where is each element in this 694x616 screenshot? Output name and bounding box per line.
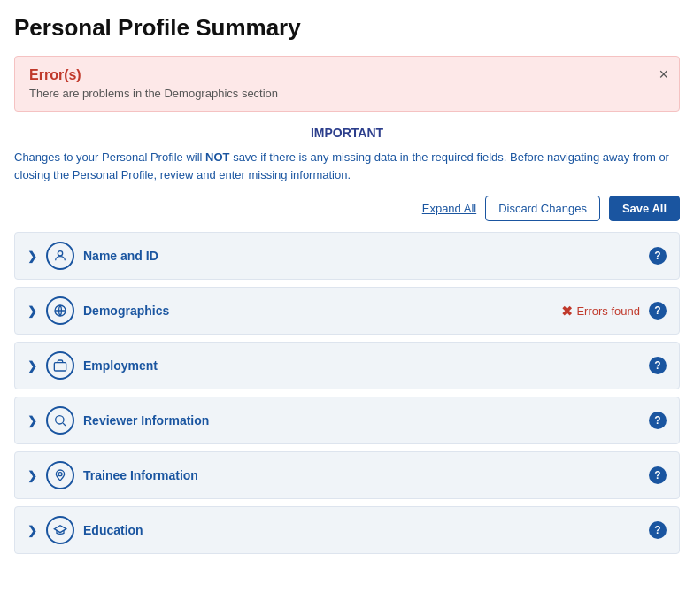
error-badge-demographics: ✖Errors found [561, 303, 640, 320]
section-label-demographics: Demographics [83, 304, 552, 318]
section-icon-employment [46, 351, 74, 380]
expand-all-button[interactable]: Expand All [422, 202, 476, 215]
svg-rect-2 [54, 363, 66, 371]
page-title: Personal Profile Summary [14, 14, 680, 42]
section-icon-name-id [46, 242, 74, 270]
important-text: Changes to your Personal Profile will NO… [14, 149, 680, 183]
svg-point-3 [56, 416, 64, 424]
svg-line-4 [63, 423, 66, 426]
help-icon-name-id[interactable]: ? [649, 247, 667, 265]
section-label-name-id: Name and ID [83, 249, 640, 263]
discard-changes-button[interactable]: Discard Changes [485, 196, 600, 221]
section-label-trainee-information: Trainee Information [83, 468, 640, 482]
save-all-button[interactable]: Save All [609, 196, 680, 221]
section-icon-trainee-information [46, 461, 74, 489]
error-banner-title: Error(s) [29, 67, 665, 83]
section-label-education: Education [83, 523, 640, 537]
help-icon-demographics[interactable]: ? [649, 302, 667, 320]
section-icon-demographics [46, 296, 74, 325]
error-banner-close-button[interactable]: × [659, 65, 668, 84]
chevron-icon-name-id: ❯ [27, 250, 37, 263]
section-row-trainee-information[interactable]: ❯Trainee Information? [14, 451, 680, 499]
svg-point-0 [58, 251, 62, 256]
section-row-employment[interactable]: ❯Employment? [14, 342, 680, 389]
error-circle-icon: ✖ [561, 303, 573, 320]
help-icon-education[interactable]: ? [649, 521, 667, 539]
sections-list: ❯Name and ID?❯Demographics✖Errors found?… [14, 232, 680, 554]
section-row-name-id[interactable]: ❯Name and ID? [14, 232, 680, 280]
chevron-icon-employment: ❯ [27, 359, 37, 373]
section-row-reviewer-information[interactable]: ❯Reviewer Information? [14, 397, 680, 444]
help-icon-employment[interactable]: ? [649, 357, 667, 374]
important-text-bold: NOT [205, 150, 229, 164]
help-icon-trainee-information[interactable]: ? [649, 466, 667, 484]
important-section: IMPORTANT [14, 126, 680, 140]
section-row-education[interactable]: ❯Education? [14, 506, 680, 554]
toolbar: Expand All Discard Changes Save All [14, 196, 680, 221]
section-row-demographics[interactable]: ❯Demographics✖Errors found? [14, 287, 680, 335]
chevron-icon-demographics: ❯ [27, 304, 37, 318]
svg-point-5 [58, 473, 62, 476]
section-icon-education [46, 516, 74, 544]
section-icon-reviewer-information [46, 406, 74, 435]
chevron-icon-trainee-information: ❯ [27, 469, 37, 482]
error-banner-description: There are problems in the Demographics s… [29, 87, 665, 100]
important-text-part1: Changes to your Personal Profile will [14, 150, 205, 164]
chevron-icon-education: ❯ [27, 524, 37, 537]
chevron-icon-reviewer-information: ❯ [27, 414, 37, 427]
section-label-employment: Employment [83, 358, 640, 373]
important-label: IMPORTANT [14, 126, 680, 140]
error-banner: Error(s) There are problems in the Demog… [14, 56, 680, 112]
section-label-reviewer-information: Reviewer Information [83, 413, 640, 427]
error-text-demographics: Errors found [576, 304, 640, 318]
help-icon-reviewer-information[interactable]: ? [649, 412, 667, 429]
